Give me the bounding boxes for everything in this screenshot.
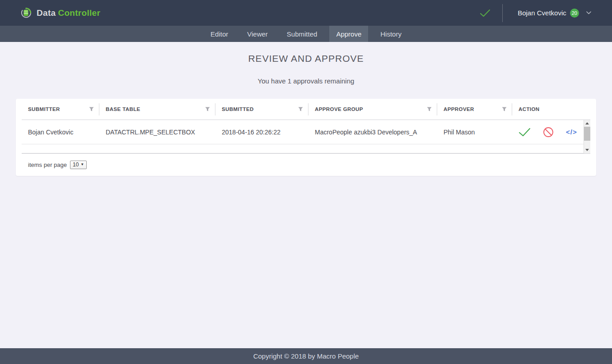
filter-icon[interactable] <box>427 107 432 111</box>
table-row-empty <box>22 144 584 153</box>
top-bar: DataController Bojan Cvetkovic 20 <box>0 0 612 26</box>
grid-header-row: SUBMITTER BASE TABLE SUBMITTED APPROVE G… <box>22 99 590 120</box>
scrollbar-thumb[interactable] <box>584 127 590 141</box>
vertical-scrollbar[interactable] <box>584 120 590 153</box>
logo-text-controller: Controller <box>58 8 100 18</box>
data-controller-logo-icon <box>20 7 32 19</box>
items-per-page-select[interactable]: 10 ▼ <box>70 161 87 169</box>
page-title: REVIEW AND APPROVE <box>0 53 612 64</box>
tab-submitted[interactable]: Submitted <box>280 26 324 42</box>
items-per-page-label: items per page <box>28 161 67 168</box>
table-row[interactable]: Bojan Cvetkovic DATACTRL.MPE_SELECTBOX 2… <box>22 120 584 144</box>
triangle-up-icon <box>585 122 589 124</box>
filter-icon[interactable] <box>298 107 303 111</box>
select-caret-icon: ▼ <box>80 162 84 166</box>
tab-viewer[interactable]: Viewer <box>240 26 275 42</box>
grid-rows: Bojan Cvetkovic DATACTRL.MPE_SELECTBOX 2… <box>22 120 584 153</box>
filter-icon[interactable] <box>89 107 94 111</box>
scrollbar-track[interactable] <box>584 141 590 147</box>
app-logo[interactable]: DataController <box>20 7 100 19</box>
cell-actions: </> <box>512 127 584 138</box>
triangle-down-icon <box>585 149 589 151</box>
app-title: DataController <box>37 8 100 18</box>
cell-approver: Phil Mason <box>437 129 512 136</box>
approve-check-icon[interactable] <box>519 128 531 137</box>
view-code-icon[interactable]: </> <box>566 128 577 136</box>
column-label: SUBMITTER <box>28 106 60 112</box>
tab-editor[interactable]: Editor <box>204 26 235 42</box>
user-name: Bojan Cvetkovic <box>518 9 566 17</box>
approvals-count-badge: 20 <box>570 9 579 18</box>
page-footer: Copyright © 2018 by Macro People <box>0 348 612 364</box>
column-label: ACTION <box>519 106 539 112</box>
topbar-divider <box>502 4 503 22</box>
column-label: SUBMITTED <box>222 106 254 112</box>
chevron-down-icon[interactable] <box>586 11 591 14</box>
column-header-submitted: SUBMITTED <box>215 99 308 120</box>
scroll-down-button[interactable] <box>584 147 590 153</box>
column-label: BASE TABLE <box>106 106 140 112</box>
column-header-approve-group: APPROVE GROUP <box>308 99 437 120</box>
cell-submitted: 2018-04-16 20:26:22 <box>215 129 308 136</box>
user-menu[interactable]: Bojan Cvetkovic 20 <box>518 9 612 18</box>
reject-no-entry-icon[interactable] <box>543 127 554 138</box>
grid-pager: items per page 10 ▼ <box>22 154 590 175</box>
filter-icon[interactable] <box>205 107 210 111</box>
approvals-grid-card: SUBMITTER BASE TABLE SUBMITTED APPROVE G… <box>16 99 596 176</box>
tab-approve[interactable]: Approve <box>329 26 368 42</box>
logo-text-data: Data <box>37 8 56 18</box>
column-header-submitter: SUBMITTER <box>22 99 99 120</box>
column-label: APPROVER <box>444 106 474 112</box>
column-header-approver: APPROVER <box>437 99 512 120</box>
main-nav: Editor Viewer Submitted Approve History <box>0 26 612 42</box>
scroll-up-button[interactable] <box>584 120 590 127</box>
cell-base-table: DATACTRL.MPE_SELECTBOX <box>99 129 215 136</box>
connection-check-icon <box>480 9 491 17</box>
column-header-action: ACTION <box>512 99 590 120</box>
approvals-remaining-text: You have 1 approvals remaining <box>0 77 612 85</box>
items-per-page-value: 10 <box>73 161 79 168</box>
column-label: APPROVE GROUP <box>315 106 363 112</box>
cell-submitter: Bojan Cvetkovic <box>22 129 99 136</box>
grid-body: Bojan Cvetkovic DATACTRL.MPE_SELECTBOX 2… <box>22 120 590 154</box>
cell-approve-group: MacroPeople azukbi3 Developers_A <box>308 129 437 136</box>
copyright-text: Copyright © 2018 by Macro People <box>253 352 359 360</box>
column-header-base-table: BASE TABLE <box>99 99 215 120</box>
filter-icon[interactable] <box>502 107 507 111</box>
tab-history[interactable]: History <box>374 26 408 42</box>
main-content: REVIEW AND APPROVE You have 1 approvals … <box>0 42 612 348</box>
